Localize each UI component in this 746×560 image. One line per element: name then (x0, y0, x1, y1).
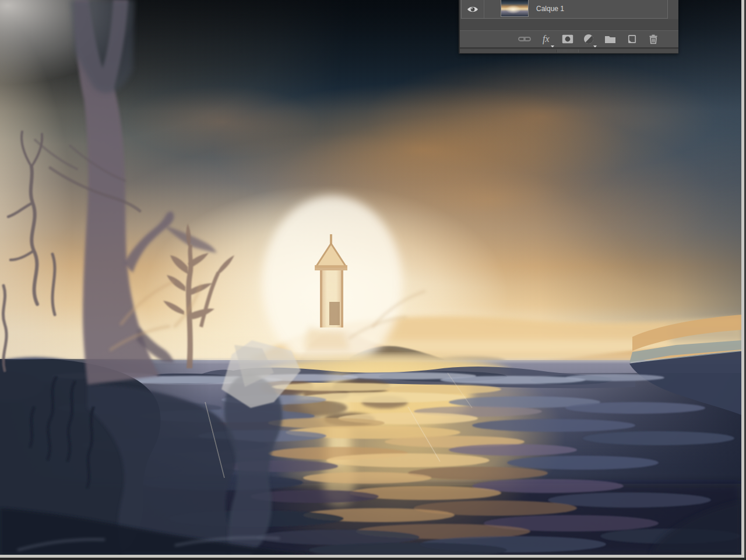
layer-effects-icon: fx (543, 34, 550, 44)
panel-resize-strip (460, 49, 678, 53)
tower-silhouette (262, 196, 402, 371)
layers-panel: Calque 1 fx (459, 0, 678, 54)
layer-mask-button[interactable] (561, 33, 574, 45)
document-canvas[interactable] (0, 0, 741, 555)
eye-icon (467, 5, 478, 13)
delete-layer-icon (648, 34, 659, 44)
group-layers-icon (604, 34, 616, 44)
panel-resize-grip[interactable] (557, 50, 579, 52)
layer-name-label[interactable]: Calque 1 (536, 5, 564, 13)
layer-thumbnail[interactable] (501, 0, 529, 17)
group-layers-button[interactable] (604, 33, 617, 45)
delete-layer-button[interactable] (647, 33, 660, 45)
adjustment-layer-button[interactable] (582, 33, 595, 45)
app-window: { "layers_panel": { "layer_row": { "name… (0, 0, 746, 560)
layer-visibility-toggle[interactable] (462, 0, 484, 18)
layer-row[interactable]: Calque 1 (461, 0, 668, 19)
link-layers-button[interactable] (518, 33, 531, 45)
painting-shapes (0, 0, 741, 555)
new-layer-button[interactable] (625, 33, 638, 45)
adjustment-layer-icon (583, 34, 594, 44)
window-edge-bottom-outer (0, 558, 746, 560)
panel-spacer (460, 19, 678, 30)
panel-bottom-edge (460, 53, 678, 54)
layers-panel-toolbar: fx (460, 31, 678, 47)
layer-mask-icon (562, 34, 573, 44)
layer-effects-button[interactable]: fx (540, 33, 553, 45)
link-layers-icon (518, 36, 531, 43)
new-layer-icon (627, 34, 637, 44)
